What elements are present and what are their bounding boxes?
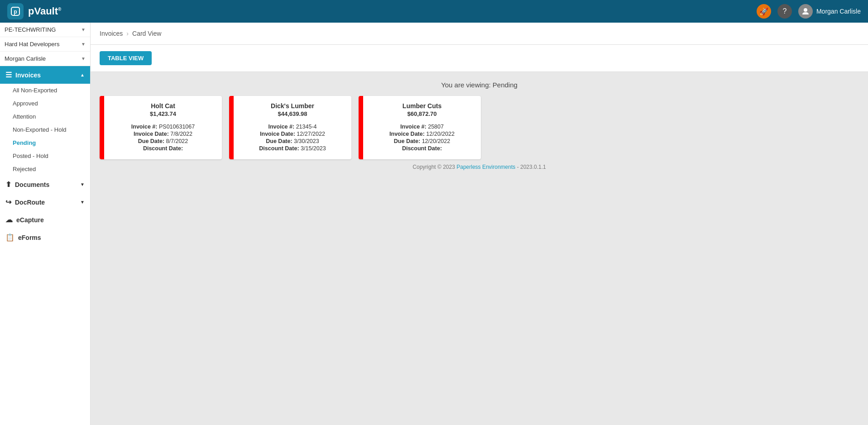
card-status-bar-3 [359, 96, 363, 159]
card-invoice-num-2: Invoice #: 21345-4 [240, 124, 345, 130]
logo-icon: p [7, 3, 24, 19]
card-status-bar-1 [100, 96, 104, 159]
sidebar-company-label: Hard Hat Developers [5, 41, 59, 48]
sidebar-sub-non-exported-hold[interactable]: Non-Exported - Hold [0, 123, 90, 136]
invoice-card-3[interactable]: Lumber Cuts $60,872.70 Invoice #: 25807 … [359, 96, 481, 159]
svg-point-2 [804, 8, 807, 12]
rocket-button[interactable]: 🚀 [757, 4, 771, 19]
breadcrumb: Invoices › Card View [91, 23, 868, 45]
sidebar-dropdown-user[interactable]: Morgan Carlisle ▼ [0, 52, 90, 66]
docroute-icon: ↪ [5, 198, 11, 206]
cloud-icon: ☁ [5, 215, 13, 224]
help-button[interactable]: ? [777, 4, 792, 19]
card-discount-date-1: Discount Date: [110, 145, 216, 152]
sidebar: PE-TECHWRITING ▼ Hard Hat Developers ▼ M… [0, 23, 91, 425]
cards-grid: Holt Cat $1,423.74 Invoice #: PS01063106… [100, 96, 859, 159]
card-invoice-date-2: Invoice Date: 12/27/2022 [240, 131, 345, 137]
table-view-button[interactable]: TABLE VIEW [100, 51, 152, 65]
footer-copyright: Copyright © 2023 [412, 164, 455, 170]
card-invoice-date-3: Invoice Date: 12/20/2022 [369, 131, 475, 137]
user-avatar [798, 4, 813, 19]
card-invoice-num-3: Invoice #: 25807 [369, 124, 475, 130]
breadcrumb-separator: › [126, 30, 129, 37]
card-title-3: Lumber Cuts [369, 102, 475, 110]
user-area[interactable]: Morgan Carlisle [798, 4, 861, 19]
card-invoice-date-1: Invoice Date: 7/8/2022 [110, 131, 216, 137]
sidebar-sub-all-non-exported[interactable]: All Non-Exported [0, 84, 90, 97]
card-title-1: Holt Cat [110, 102, 216, 110]
sidebar-dropdown-company[interactable]: Hard Hat Developers ▼ [0, 37, 90, 52]
card-amount-3: $60,872.70 [369, 110, 475, 117]
sidebar-sub-approved[interactable]: Approved [0, 97, 90, 110]
sidebar-sub-attention[interactable]: Attention [0, 110, 90, 123]
header-right: 🚀 ? Morgan Carlisle [757, 4, 861, 19]
footer: Copyright © 2023 Paperless Environments … [100, 159, 859, 175]
upload-icon: ⬆ [5, 180, 11, 189]
chevron-down-icon: ▼ [81, 27, 86, 32]
sidebar-documents-label: Documents [15, 181, 49, 188]
card-invoice-num-1: Invoice #: PS010631067 [110, 124, 216, 130]
sidebar-ecapture-label: eCapture [16, 216, 44, 224]
user-name-label: Morgan Carlisle [816, 8, 861, 15]
breadcrumb-invoices[interactable]: Invoices [100, 30, 123, 37]
invoice-card-2[interactable]: Dick's Lumber $44,639.98 Invoice #: 2134… [229, 96, 351, 159]
sidebar-sub-rejected[interactable]: Rejected [0, 162, 90, 176]
sidebar-item-ecapture[interactable]: ☁ eCapture [0, 211, 90, 229]
top-header: p pVault® 🚀 ? Morgan Carlisle [0, 0, 868, 23]
svg-text:p: p [14, 9, 17, 15]
sidebar-dropdown-org[interactable]: PE-TECHWRITING ▼ [0, 23, 90, 37]
card-due-date-1: Due Date: 8/7/2022 [110, 138, 216, 144]
main-layout: PE-TECHWRITING ▼ Hard Hat Developers ▼ M… [0, 23, 868, 425]
chevron-down-icon: ▼ [81, 42, 86, 47]
card-title-2: Dick's Lumber [240, 102, 345, 110]
card-discount-date-2: Discount Date: 3/15/2023 [240, 145, 345, 152]
card-status-bar-2 [229, 96, 234, 159]
forms-icon: 📋 [5, 233, 14, 242]
sidebar-user-label: Morgan Carlisle [5, 55, 46, 62]
chevron-up-icon: ▲ [80, 72, 85, 77]
chevron-down-icon: ▼ [80, 200, 85, 205]
viewing-label: You are viewing: Pending [100, 81, 859, 89]
toolbar: TABLE VIEW [91, 45, 868, 72]
sidebar-invoices-label: Invoices [15, 72, 41, 79]
sidebar-item-eforms[interactable]: 📋 eForms [0, 229, 90, 246]
invoice-card-1[interactable]: Holt Cat $1,423.74 Invoice #: PS01063106… [100, 96, 222, 159]
sidebar-item-invoices[interactable]: ☰ Invoices ▲ [0, 66, 90, 84]
footer-version: - 2023.0.1.1 [517, 164, 546, 170]
sidebar-org-label: PE-TECHWRITING [5, 26, 56, 33]
card-content-3: Lumber Cuts $60,872.70 Invoice #: 25807 … [363, 96, 481, 159]
chevron-down-icon: ▼ [81, 56, 86, 61]
chevron-down-icon: ▼ [80, 182, 85, 187]
breadcrumb-card-view: Card View [132, 30, 161, 37]
sidebar-item-documents[interactable]: ⬆ Documents ▼ [0, 176, 90, 193]
card-due-date-2: Due Date: 3/30/2023 [240, 138, 345, 144]
card-content-1: Holt Cat $1,423.74 Invoice #: PS01063106… [104, 96, 222, 159]
sidebar-sub-pending[interactable]: Pending [0, 136, 90, 149]
card-amount-2: $44,639.98 [240, 110, 345, 117]
content-area: Invoices › Card View TABLE VIEW You are … [91, 23, 868, 425]
list-icon: ☰ [5, 71, 12, 79]
sidebar-item-docroute[interactable]: ↪ DocRoute ▼ [0, 193, 90, 211]
card-amount-1: $1,423.74 [110, 110, 216, 117]
card-discount-date-3: Discount Date: [369, 145, 475, 152]
sidebar-docroute-label: DocRoute [15, 199, 45, 206]
footer-company-link[interactable]: Paperless Environments [456, 164, 515, 170]
card-content-2: Dick's Lumber $44,639.98 Invoice #: 2134… [234, 96, 351, 159]
logo-area: p pVault® [7, 3, 61, 19]
sidebar-sub-posted-hold[interactable]: Posted - Hold [0, 149, 90, 162]
cards-area: You are viewing: Pending Holt Cat $1,423… [91, 72, 868, 425]
card-due-date-3: Due Date: 12/20/2022 [369, 138, 475, 144]
sidebar-eforms-label: eForms [18, 234, 41, 241]
logo-text: pVault® [28, 5, 61, 17]
